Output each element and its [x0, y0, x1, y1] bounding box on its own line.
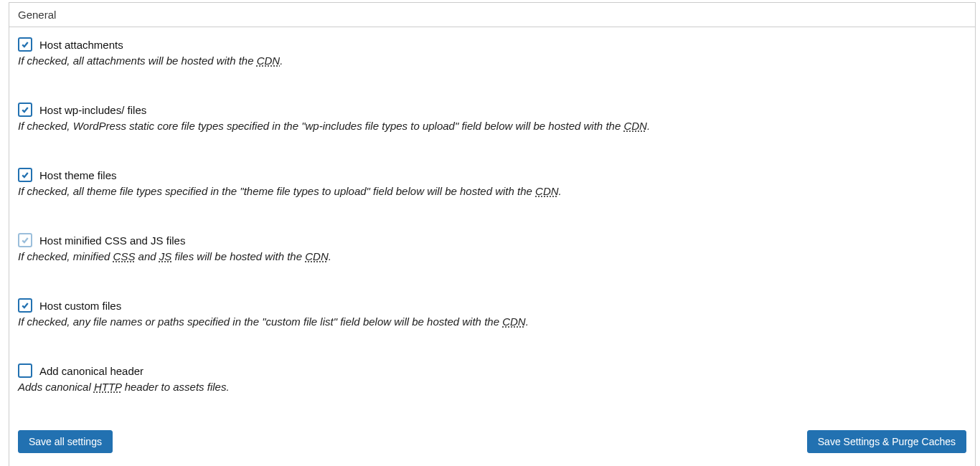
setting-label-line: Add canonical header: [18, 363, 966, 378]
setting-row-add-canonical-header: Add canonical headerAdds canonical HTTP …: [18, 363, 966, 393]
panel-body: Host attachmentsIf checked, all attachme…: [9, 27, 975, 466]
label-add-canonical-header: Add canonical header: [39, 365, 143, 377]
description-host-minified: If checked, minified CSS and JS files wi…: [18, 250, 966, 262]
label-host-minified: Host minified CSS and JS files: [39, 234, 185, 247]
save-all-settings-button[interactable]: Save all settings: [18, 430, 113, 453]
checkbox-host-wp-includes[interactable]: [18, 103, 32, 117]
description-host-custom-files: If checked, any file names or paths spec…: [18, 315, 966, 328]
setting-label-line: Host custom files: [18, 298, 966, 313]
save-purge-caches-button[interactable]: Save Settings & Purge Caches: [807, 430, 966, 453]
button-row: Save all settings Save Settings & Purge …: [18, 429, 966, 453]
setting-label-line: Host wp-includes/ files: [18, 103, 966, 117]
description-host-wp-includes: If checked, WordPress static core file t…: [18, 120, 966, 132]
label-host-wp-includes: Host wp-includes/ files: [39, 104, 146, 116]
label-host-theme-files: Host theme files: [39, 169, 117, 181]
setting-row-host-theme-files: Host theme filesIf checked, all theme fi…: [18, 168, 966, 197]
setting-row-host-attachments: Host attachmentsIf checked, all attachme…: [18, 37, 966, 67]
label-host-attachments: Host attachments: [39, 39, 123, 51]
checkbox-host-custom-files[interactable]: [18, 298, 32, 313]
setting-label-line: Host attachments: [18, 37, 966, 52]
general-panel: General Host attachmentsIf checked, all …: [9, 2, 976, 466]
panel-title: General: [9, 3, 975, 27]
checkbox-host-attachments[interactable]: [18, 37, 32, 52]
description-host-theme-files: If checked, all theme file types specifi…: [18, 185, 966, 197]
setting-label-line: Host theme files: [18, 168, 966, 182]
setting-row-host-minified: Host minified CSS and JS filesIf checked…: [18, 233, 966, 262]
checkbox-host-theme-files[interactable]: [18, 168, 32, 182]
label-host-custom-files: Host custom files: [39, 300, 121, 312]
description-add-canonical-header: Adds canonical HTTP header to assets fil…: [18, 381, 966, 393]
checkbox-host-minified: [18, 233, 32, 247]
description-host-attachments: If checked, all attachments will be host…: [18, 54, 966, 67]
checkbox-add-canonical-header[interactable]: [18, 363, 32, 378]
setting-label-line: Host minified CSS and JS files: [18, 233, 966, 247]
setting-row-host-wp-includes: Host wp-includes/ filesIf checked, WordP…: [18, 103, 966, 132]
setting-row-host-custom-files: Host custom filesIf checked, any file na…: [18, 298, 966, 328]
